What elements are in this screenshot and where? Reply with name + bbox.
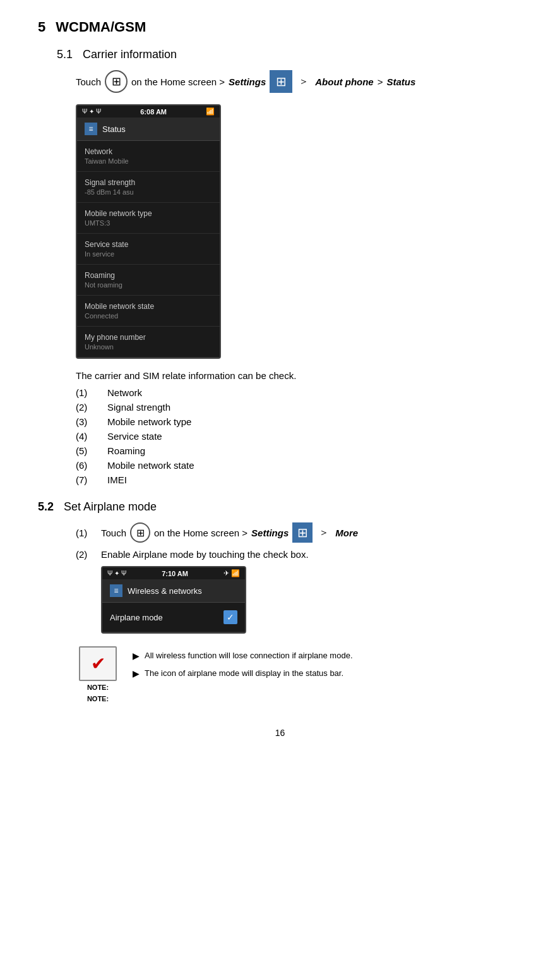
list-num-3: (3) — [76, 416, 107, 427]
list-51: (1) Network (2) Signal strength (3) Mobi… — [76, 387, 522, 485]
status-icons-left: Ψ ✦ Ψ — [82, 108, 101, 115]
phone-screen-51: Ψ ✦ Ψ 6:08 AM 📶 ≡ Status Network Taiwan … — [76, 104, 221, 359]
phone-screen-52: Ψ ✦ Ψ 7:10 AM ✈ 📶 ≡ Wireless & networks … — [101, 566, 246, 634]
note-icon: ✔ — [79, 646, 117, 681]
note-text-1: All wireless function will lose connecti… — [145, 649, 353, 663]
list-num-2: (2) — [76, 402, 107, 413]
status-signal-right: 📶 — [206, 107, 215, 116]
status-bar-51: Ψ ✦ Ψ 6:08 AM 📶 — [77, 106, 220, 118]
on-home-51: on the Home screen > — [131, 76, 225, 87]
row-title-phone-number: My phone number — [85, 333, 212, 342]
list-text-1: Network — [107, 387, 142, 398]
airplane-mode-label: Airplane mode — [110, 613, 163, 622]
phone-row-network: Network Taiwan Mobile — [77, 141, 220, 172]
subsection-52-number: 5.2 — [38, 500, 54, 514]
list-item-5: (5) Roaming — [76, 445, 522, 456]
note-content: ▶ All wireless function will lose connec… — [133, 649, 353, 684]
phone-row-signal: Signal strength -85 dBm 14 asu — [77, 172, 220, 203]
signal-icons-52: Ψ ✦ Ψ — [107, 570, 126, 577]
more-label-52: More — [335, 528, 358, 538]
phone-header-52: ≡ Wireless & networks — [102, 579, 245, 603]
carrier-text: The carrier and SIM relate information c… — [76, 370, 522, 381]
phone-header-title-52: Wireless & networks — [128, 586, 202, 596]
touch-label-52: Touch — [101, 528, 126, 538]
subsection-52-title: Set Airplane mode — [64, 500, 157, 514]
note-bullet-1: ▶ All wireless function will lose connec… — [133, 649, 353, 664]
on-home-52: on the Home screen > — [154, 528, 247, 538]
row-value-service: In service — [85, 250, 212, 258]
status-bar-52: Ψ ✦ Ψ 7:10 AM ✈ 📶 — [102, 567, 245, 579]
phone-header-title-51: Status — [102, 124, 126, 134]
airplane-checkbox: ✓ — [223, 610, 237, 624]
home-icon-51: ⊞ — [105, 70, 128, 93]
row-value-phone-number: Unknown — [85, 343, 212, 351]
sub-num-1: (1) — [76, 528, 101, 538]
row-title-service: Service state — [85, 240, 212, 249]
list-num-7: (7) — [76, 474, 107, 485]
list-item-1: (1) Network — [76, 387, 522, 398]
about-phone-label: About phone — [315, 76, 373, 87]
section-heading: 5 WCDMA/GSM — [38, 19, 522, 35]
sub-list-item-2: (2) Enable Airplane mode by touching the… — [76, 549, 522, 560]
phone-header-icon-52: ≡ — [110, 584, 122, 597]
status-time-52: 7:10 AM — [162, 570, 188, 577]
subsection-51-title: Carrier information — [83, 48, 177, 61]
phone-row-network-type: Mobile network type UMTS:3 — [77, 203, 220, 234]
status-label-51: Status — [386, 76, 415, 87]
signal-icons: Ψ ✦ Ψ — [82, 108, 101, 115]
status-icons-left-52: Ψ ✦ Ψ — [107, 570, 126, 577]
row-value-network: Taiwan Mobile — [85, 157, 212, 165]
list-item-6: (6) Mobile network state — [76, 460, 522, 471]
list-item-2: (2) Signal strength — [76, 402, 522, 413]
note-section: ✔ NOTE: ▶ All wireless function will los… — [76, 646, 522, 703]
list-item-3: (3) Mobile network type — [76, 416, 522, 427]
note-icon-container: ✔ NOTE: — [76, 646, 120, 703]
gt-51: ＞ — [299, 75, 309, 88]
list-text-5: Roaming — [107, 445, 145, 456]
phone-row-roaming: Roaming Not roaming — [77, 265, 220, 296]
sub-list-item-1: (1) Touch ⊞ on the Home screen > Setting… — [76, 522, 522, 543]
arrow-icon-2: ▶ — [133, 666, 140, 682]
row-title-network-type: Mobile network type — [85, 209, 212, 218]
settings-label-51: Settings — [229, 76, 266, 87]
home-icon-52: ⊞ — [130, 522, 150, 543]
phone-row-network-state: Mobile network state Connected — [77, 296, 220, 327]
list-num-6: (6) — [76, 460, 107, 471]
list-num-1: (1) — [76, 387, 107, 398]
status-time: 6:08 AM — [140, 108, 167, 116]
settings-label-52: Settings — [251, 528, 289, 538]
row-title-network: Network — [85, 147, 212, 156]
page-number: 16 — [38, 728, 522, 738]
instruction-51: Touch ⊞ on the Home screen > Settings ＞ … — [76, 70, 522, 93]
row-title-signal: Signal strength — [85, 178, 212, 187]
section-number: 5 — [38, 19, 45, 35]
phone-header-icon-51: ≡ — [85, 123, 97, 135]
checkmark: ✓ — [227, 612, 234, 622]
phone-row-service: Service state In service — [77, 234, 220, 265]
sub-text-2: Enable Airplane mode by touching the che… — [101, 549, 309, 560]
list-text-3: Mobile network type — [107, 416, 191, 427]
phone-header-51: ≡ Status — [77, 118, 220, 141]
airplane-mode-row: Airplane mode ✓ — [102, 603, 245, 632]
list-item-7: (7) IMEI — [76, 474, 522, 485]
note-text-2: The icon of airplane mode will display i… — [145, 666, 343, 680]
row-value-network-state: Connected — [85, 312, 212, 320]
settings-icon-51 — [270, 70, 292, 93]
row-title-roaming: Roaming — [85, 271, 212, 280]
sub-num-2: (2) — [76, 549, 101, 560]
list-text-7: IMEI — [107, 474, 127, 485]
note-label: NOTE: — [87, 695, 109, 703]
row-value-network-type: UMTS:3 — [85, 219, 212, 227]
list-item-4: (4) Service state — [76, 431, 522, 442]
row-title-network-state: Mobile network state — [85, 302, 212, 311]
row-value-signal: -85 dBm 14 asu — [85, 188, 212, 196]
gt-52: ＞ — [319, 526, 329, 540]
list-text-2: Signal strength — [107, 402, 170, 413]
subsection-51-number: 5.1 — [57, 48, 73, 61]
phone-row-phone-number: My phone number Unknown — [77, 327, 220, 358]
section-title: WCDMA/GSM — [56, 19, 146, 35]
touch-label-51: Touch — [76, 76, 101, 87]
subsection-52-heading: 5.2 Set Airplane mode — [38, 500, 522, 514]
list-text-6: Mobile network state — [107, 460, 194, 471]
subsection-51-heading: 5.1 Carrier information — [57, 48, 522, 61]
